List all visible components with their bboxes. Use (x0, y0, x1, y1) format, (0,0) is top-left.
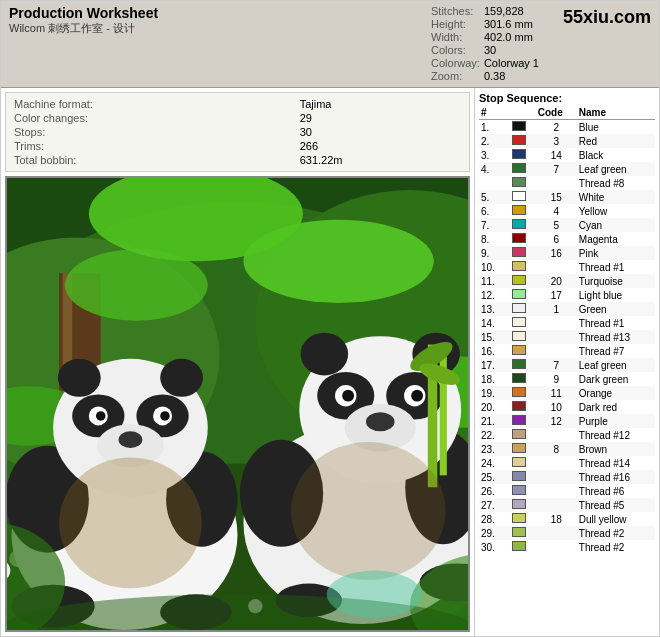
color-name: Thread #7 (577, 344, 655, 358)
color-swatch-cell (510, 218, 536, 232)
table-row: 28.18Dull yellow (479, 512, 655, 526)
color-swatch-cell (510, 190, 536, 204)
row-num: 4. (479, 162, 510, 176)
color-swatch (512, 135, 526, 145)
row-num: 7. (479, 218, 510, 232)
table-row: 18.9Dark green (479, 372, 655, 386)
row-num: 22. (479, 428, 510, 442)
color-swatch-cell (510, 456, 536, 470)
color-swatch-cell (510, 372, 536, 386)
color-swatch-cell (510, 288, 536, 302)
row-num: 24. (479, 456, 510, 470)
row-num: 6. (479, 204, 510, 218)
height-label: Height: (431, 18, 484, 31)
color-code: 17 (536, 288, 577, 302)
color-swatch-cell (510, 204, 536, 218)
color-swatch (512, 177, 526, 187)
row-num: 8. (479, 232, 510, 246)
color-code: 9 (536, 372, 577, 386)
col-code: Code (536, 106, 577, 120)
color-swatch (512, 121, 526, 131)
color-swatch (512, 331, 526, 341)
color-code: 8 (536, 442, 577, 456)
table-row: 13.1Green (479, 302, 655, 316)
table-row: 23.8Brown (479, 442, 655, 456)
table-row: 14.Thread #1 (479, 316, 655, 330)
color-name: Thread #2 (577, 540, 655, 554)
col-name: Name (577, 106, 655, 120)
row-num: 2. (479, 134, 510, 148)
color-swatch-cell (510, 442, 536, 456)
svg-point-30 (58, 359, 101, 397)
color-swatch (512, 317, 526, 327)
color-swatch (512, 373, 526, 383)
color-code: 6 (536, 232, 577, 246)
colors-label: Colors: (431, 44, 484, 57)
table-row: 27.Thread #5 (479, 498, 655, 512)
color-name: Pink (577, 246, 655, 260)
color-swatch-cell (510, 148, 536, 162)
svg-point-43 (342, 390, 354, 402)
color-swatch (512, 541, 526, 551)
row-num: 9. (479, 246, 510, 260)
color-swatch (512, 359, 526, 369)
color-code: 5 (536, 218, 577, 232)
color-swatch-cell (510, 526, 536, 540)
color-swatch (512, 247, 526, 257)
color-swatch-cell (510, 512, 536, 526)
row-num (479, 176, 510, 190)
color-swatch-cell (510, 484, 536, 498)
color-swatch-cell (510, 316, 536, 330)
color-swatch-cell (510, 260, 536, 274)
color-swatch-cell (510, 498, 536, 512)
color-swatch-cell (510, 232, 536, 246)
row-num: 30. (479, 540, 510, 554)
svg-point-26 (96, 411, 106, 421)
color-name: Thread #6 (577, 484, 655, 498)
row-num: 10. (479, 260, 510, 274)
right-panel: Stop Sequence: # Code Name 1.2Blue2.3Red… (474, 88, 659, 636)
table-row: 1.2Blue (479, 120, 655, 135)
row-num: 11. (479, 274, 510, 288)
color-name: Orange (577, 386, 655, 400)
color-swatch-cell (510, 428, 536, 442)
color-name: Blue (577, 120, 655, 135)
color-swatch-cell (510, 274, 536, 288)
color-swatch (512, 527, 526, 537)
color-code (536, 176, 577, 190)
color-code (536, 330, 577, 344)
color-swatch-cell (510, 470, 536, 484)
row-num: 21. (479, 414, 510, 428)
colorway-label: Colorway: (431, 57, 484, 70)
width-label: Width: (431, 31, 484, 44)
color-code: 4 (536, 204, 577, 218)
table-row: 6.4Yellow (479, 204, 655, 218)
color-code: 1 (536, 302, 577, 316)
col-num: # (479, 106, 510, 120)
color-swatch (512, 149, 526, 159)
color-swatch (512, 163, 526, 173)
zoom-value: 0.38 (484, 70, 543, 83)
width-value: 402.0 mm (484, 31, 543, 44)
color-code (536, 540, 577, 554)
table-row: 16.Thread #7 (479, 344, 655, 358)
color-code (536, 470, 577, 484)
svg-point-55 (291, 442, 446, 580)
color-name: Thread #5 (577, 498, 655, 512)
color-code: 7 (536, 358, 577, 372)
color-swatch-cell (510, 246, 536, 260)
col-swatch (510, 106, 536, 120)
table-row: 4.7Leaf green (479, 162, 655, 176)
color-name: Thread #1 (577, 316, 655, 330)
table-row: Thread #8 (479, 176, 655, 190)
colorway-value: Colorway 1 (484, 57, 543, 70)
color-code: 20 (536, 274, 577, 288)
row-num: 25. (479, 470, 510, 484)
color-swatch-cell (510, 344, 536, 358)
row-num: 16. (479, 344, 510, 358)
color-name: Black (577, 148, 655, 162)
color-swatch-cell (510, 330, 536, 344)
table-row: 21.12Purple (479, 414, 655, 428)
color-code: 3 (536, 134, 577, 148)
color-code (536, 316, 577, 330)
